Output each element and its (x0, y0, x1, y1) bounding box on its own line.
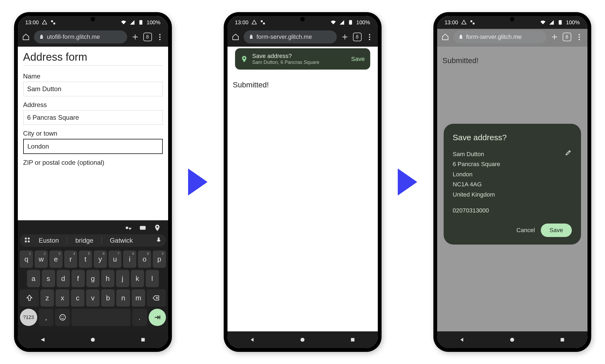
submitted-text: Submitted! (233, 75, 372, 89)
svg-rect-24 (473, 23, 474, 24)
kb-apps-icon[interactable] (24, 236, 31, 245)
name-input[interactable] (23, 82, 163, 96)
url-pill[interactable]: form-server.glitch.me (244, 30, 337, 43)
key-g[interactable]: g (86, 270, 100, 287)
key-q[interactable]: q1 (20, 250, 33, 268)
new-tab-button[interactable] (341, 33, 349, 41)
tabs-button[interactable]: 8 (353, 33, 362, 41)
key-c[interactable]: c (71, 289, 84, 307)
home-button[interactable] (231, 33, 240, 41)
address-input[interactable] (23, 110, 163, 125)
key-card-icon[interactable] (139, 224, 147, 232)
status-cloud-icon (42, 19, 47, 25)
svg-rect-9 (25, 241, 27, 242)
system-navbar (437, 331, 587, 348)
cancel-button[interactable]: Cancel (516, 227, 535, 234)
nav-recents[interactable] (349, 336, 357, 344)
dialog-title: Save address? (453, 133, 572, 142)
screen-1: 13:00 100% utofill-form.glitch.me (18, 16, 168, 348)
kb-suggestion-row: Euston bridge Gatwick (20, 234, 166, 247)
suggestion-1[interactable]: Euston (36, 237, 62, 244)
save-address-dialog: Save address? Sam Dutton 6 Pancras Squar… (444, 124, 581, 245)
nav-recents[interactable] (139, 336, 147, 344)
page-content: Address form Name Address City or town Z… (18, 47, 168, 220)
key-d[interactable]: d (57, 270, 70, 287)
home-button[interactable] (441, 33, 450, 41)
nav-back[interactable] (248, 336, 256, 344)
key-t[interactable]: t5 (79, 250, 92, 268)
city-input[interactable] (23, 139, 163, 154)
overflow-menu-button[interactable] (156, 33, 164, 41)
url-pill[interactable]: utofill-form.glitch.me (34, 30, 127, 43)
status-time: 13:00 (445, 19, 458, 26)
backspace-key[interactable] (147, 289, 166, 307)
key-b[interactable]: b (101, 289, 115, 307)
suggestion-3[interactable]: Gatwick (107, 237, 136, 244)
key-location-icon[interactable] (154, 224, 161, 232)
key-k[interactable]: k (131, 270, 144, 287)
key-p[interactable]: p0 (153, 250, 166, 268)
key-x[interactable]: x (56, 289, 69, 307)
save-button[interactable]: Save (541, 224, 572, 237)
key-w[interactable]: w2 (35, 250, 48, 268)
wifi-icon (330, 19, 336, 25)
key-o[interactable]: o9 (138, 250, 151, 268)
url-text: utofill-form.glitch.me (47, 33, 100, 40)
period-key[interactable]: . (132, 309, 147, 326)
home-button[interactable] (22, 33, 30, 41)
nav-home[interactable] (508, 336, 516, 344)
key-r[interactable]: r4 (64, 250, 77, 268)
nav-home[interactable] (89, 336, 97, 344)
url-pill[interactable]: form-server.glitch.me (453, 30, 546, 43)
svg-rect-27 (560, 338, 564, 342)
key-m[interactable]: m (132, 289, 145, 307)
battery-pct: 100% (566, 19, 580, 26)
key-z[interactable]: z (40, 289, 54, 307)
banner-save-button[interactable]: Save (351, 56, 365, 63)
soft-keyboard: Euston bridge Gatwick q1w2e3r4t5y6u7i8o9… (18, 220, 168, 331)
key-f[interactable]: f (72, 270, 85, 287)
comma-key[interactable]: , (39, 309, 54, 326)
status-app-icon (470, 19, 475, 25)
nav-home[interactable] (298, 336, 307, 344)
edit-button[interactable] (565, 149, 572, 157)
city-label: City or town (23, 130, 163, 137)
svg-rect-16 (141, 338, 145, 342)
key-v[interactable]: v (86, 289, 100, 307)
pencil-icon (565, 149, 572, 156)
new-tab-button[interactable] (131, 33, 140, 41)
key-a[interactable]: a (27, 270, 40, 287)
emoji-key[interactable] (55, 309, 70, 326)
kb-mic-icon[interactable] (155, 236, 162, 245)
next-key[interactable] (149, 309, 166, 326)
new-tab-button[interactable] (550, 33, 559, 41)
key-s[interactable]: s (42, 270, 55, 287)
key-u[interactable]: u7 (108, 250, 122, 268)
svg-point-15 (91, 338, 95, 342)
url-text: form-server.glitch.me (466, 33, 522, 40)
key-j[interactable]: j (116, 270, 129, 287)
tabs-button[interactable]: 8 (143, 33, 152, 41)
spacebar-key[interactable] (72, 309, 131, 326)
shift-key[interactable] (20, 289, 39, 307)
overflow-menu-button[interactable] (575, 33, 584, 41)
key-password-icon[interactable] (124, 224, 132, 232)
key-l[interactable]: l (146, 270, 159, 287)
status-app-icon (50, 19, 56, 25)
banner-subtitle: Sam Dutton, 6 Pancras Square (252, 60, 347, 65)
nav-recents[interactable] (558, 336, 566, 344)
svg-rect-22 (351, 338, 354, 342)
overflow-menu-button[interactable] (365, 33, 374, 41)
key-n[interactable]: n (116, 289, 130, 307)
nav-back[interactable] (458, 336, 466, 344)
key-i[interactable]: i8 (123, 250, 136, 268)
suggestion-2[interactable]: bridge (72, 237, 97, 244)
wifi-icon (540, 19, 546, 25)
svg-point-13 (61, 316, 62, 317)
key-y[interactable]: y6 (94, 250, 107, 268)
nav-back[interactable] (39, 336, 47, 344)
symbols-key[interactable]: ?123 (20, 309, 37, 326)
tabs-button[interactable]: 8 (563, 33, 571, 41)
key-h[interactable]: h (101, 270, 114, 287)
key-e[interactable]: e3 (49, 250, 63, 268)
